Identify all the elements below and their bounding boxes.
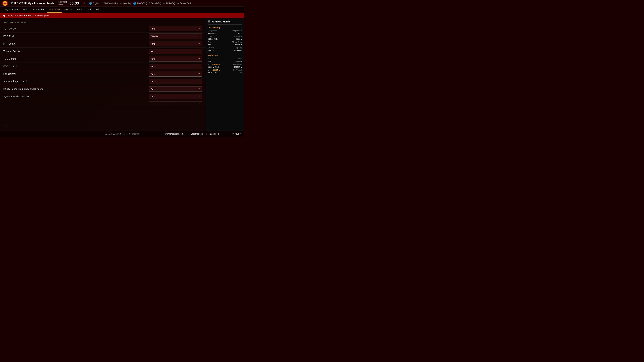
setting-row: PPT Control Auto ▼ bbox=[0, 40, 206, 48]
hw-vfor2-value-row: 0.930 V @L5 91 bbox=[208, 72, 242, 74]
my-favorite-label: My Favorite(F3) bbox=[104, 2, 118, 4]
nav-exit[interactable]: Exit bbox=[93, 7, 102, 13]
vfor1-label: V for 5205MHz bbox=[208, 63, 220, 65]
hw-vfor2-row: V for 4300MHz Dos Thresh bbox=[208, 69, 242, 71]
vfor1-v-value: 1.260 V @L5 bbox=[208, 66, 219, 68]
last-modified-button[interactable]: Last Modified bbox=[191, 133, 203, 135]
setting-row: Thermal Control Auto ▼ bbox=[0, 48, 206, 55]
chevron-down-icon: ▼ bbox=[198, 73, 200, 75]
nav-boot[interactable]: Boot bbox=[74, 7, 84, 13]
setting-label-edc: EDC Control bbox=[3, 65, 148, 68]
tdc-control-dropdown[interactable]: Auto ▼ bbox=[148, 56, 202, 61]
qfan-button[interactable]: ⚙ Qfan(F6) bbox=[120, 2, 131, 5]
nav-ai-tweaker[interactable]: Ai Tweaker bbox=[30, 7, 47, 13]
chevron-down-icon: ▼ bbox=[198, 42, 200, 45]
setting-row: TDP Control Auto ▼ bbox=[0, 25, 206, 32]
setting-label-tdp: TDP Control bbox=[3, 27, 148, 30]
dos-thresh-label: Dos Thresh bbox=[232, 69, 242, 71]
vddp-voltage-dropdown[interactable]: Auto ▼ bbox=[148, 79, 202, 84]
setting-row: VDDP Voltage Control Auto ▼ bbox=[0, 78, 206, 85]
ai-oc-button[interactable]: 🌐 AI OC(F11) bbox=[133, 2, 147, 5]
nav-advanced[interactable]: Advanced bbox=[47, 7, 62, 13]
edc-control-dropdown[interactable]: Auto ▼ bbox=[148, 64, 202, 69]
fan-control-dropdown[interactable]: Auto ▼ bbox=[148, 71, 202, 77]
setting-label-fan: Fan Control bbox=[3, 72, 148, 75]
resize-bar-label: ReSize BAR bbox=[180, 2, 191, 4]
aura-icon: ✦ bbox=[163, 2, 165, 5]
capacity-label: Capacity bbox=[235, 47, 242, 49]
language-selector[interactable]: 🌐 English bbox=[89, 2, 99, 5]
nav-bar: My Favorites Main Ai Tweaker Advanced Mo… bbox=[0, 7, 244, 13]
nav-my-favorites[interactable]: My Favorites bbox=[3, 7, 21, 13]
setting-row: Fan Control Auto ▼ bbox=[0, 70, 206, 78]
tdp-control-dropdown[interactable]: Auto ▼ bbox=[148, 26, 202, 31]
bclk-label: BCLK bbox=[208, 35, 213, 37]
ratio-value: 43x bbox=[208, 44, 211, 46]
search-icon: ? bbox=[149, 2, 150, 5]
search-button[interactable]: ? Search(F9) bbox=[149, 2, 161, 5]
chevron-down-icon: ▼ bbox=[198, 58, 200, 60]
cooler-value: 166 pts bbox=[236, 60, 242, 62]
hot-keys-button[interactable]: Hot Keys ? bbox=[231, 133, 241, 135]
syncfifo-dropdown[interactable]: Auto ▼ bbox=[148, 94, 202, 99]
aura-label: AURA(F4) bbox=[166, 2, 175, 4]
chevron-down-icon: ▼ bbox=[198, 95, 200, 98]
mc-volt-label: MC Volt. bbox=[208, 47, 215, 49]
date: 09/27/2024 bbox=[58, 1, 67, 3]
frequency-value: 4300 MHz bbox=[208, 32, 216, 34]
language-icon: 🌐 bbox=[89, 2, 92, 5]
hw-bclk-value-row: 100.00 MHz 1.332 V bbox=[208, 38, 242, 40]
search-label: Search(F9) bbox=[151, 2, 161, 4]
hw-sp-row: SP Cooler bbox=[208, 58, 242, 60]
ezmode-button[interactable]: EzMode(F7) ⊢ bbox=[210, 133, 224, 135]
asus-rog-logo: ROG bbox=[2, 0, 8, 6]
setting-label-infinity: Infinity Fabric Frequency and Dividers bbox=[3, 88, 148, 90]
version-text: Version 2.22.1284 Copyright (C) 2024 AMI bbox=[105, 133, 140, 135]
eco-mode-dropdown[interactable]: Disable ▼ bbox=[148, 33, 202, 39]
hw-bclk-row: BCLK Core Voltage bbox=[208, 35, 242, 37]
setting-label-thermal: Thermal Control bbox=[3, 50, 148, 53]
my-favorite-button[interactable]: ☆ My Favorite(F3) bbox=[101, 2, 118, 5]
infinity-fabric-dropdown[interactable]: Auto ▼ bbox=[148, 86, 202, 92]
setting-row: Infinity Fabric Frequency and Dividers A… bbox=[0, 85, 206, 93]
ai-oc-icon: 🌐 bbox=[133, 2, 136, 5]
qfan-label: Qfan(F6) bbox=[123, 2, 131, 4]
toolbar: 🌐 English ☆ My Favorite(F3) ⚙ Qfan(F6) 🌐… bbox=[89, 2, 191, 5]
hw-frequency-value-row: 4300 MHz 28°C bbox=[208, 32, 242, 34]
time-display: 00:33 bbox=[70, 1, 79, 5]
resize-bar-button[interactable]: ⊞ ReSize BAR bbox=[177, 2, 191, 5]
core-voltage-value: 1.332 V bbox=[236, 38, 242, 40]
setting-label-vddp: VDDP Voltage Control bbox=[3, 80, 148, 83]
q-dashboard-button[interactable]: Q-Dashboard(Insert) bbox=[165, 133, 184, 135]
resize-icon: ⊞ bbox=[177, 2, 179, 5]
temperature-value: 28°C bbox=[238, 32, 242, 34]
setting-label-eco: ECO Mode bbox=[3, 35, 148, 37]
setting-label-ppt: PPT Control bbox=[3, 42, 148, 45]
bottom-bar: Version 2.22.1284 Copyright (C) 2024 AMI… bbox=[0, 131, 244, 137]
nav-main[interactable]: Main bbox=[21, 7, 30, 13]
setting-row: EDC Control Auto ▼ bbox=[0, 63, 206, 70]
ppt-control-dropdown[interactable]: Auto ▼ bbox=[148, 41, 202, 46]
app-title: UEFI BIOS Utility - Advanced Mode bbox=[10, 2, 54, 5]
sp-label: SP bbox=[208, 58, 210, 60]
setting-label-syncfifo: SyncFifo Mode Override bbox=[3, 95, 148, 98]
chevron-down-icon: ▼ bbox=[198, 88, 200, 90]
hw-frequency-row: Frequency Temperature bbox=[208, 30, 242, 32]
breadcrumb-bar: ◀ Advanced\AMD CBS\SMU Common Options bbox=[0, 13, 244, 18]
cooler-label: Cooler bbox=[237, 58, 242, 60]
hw-mc-volt-value-row: 1.403 V 32768 MB bbox=[208, 49, 242, 51]
nav-monitor[interactable]: Monitor bbox=[62, 7, 75, 13]
chevron-down-icon: ▼ bbox=[198, 65, 200, 67]
nav-tool[interactable]: Tool bbox=[84, 7, 93, 13]
thermal-control-dropdown[interactable]: Auto ▼ bbox=[148, 49, 202, 54]
setting-label-tdc: TDC Control bbox=[3, 57, 148, 60]
chevron-down-icon: ▼ bbox=[198, 50, 200, 52]
ezmode-icon: ⊢ bbox=[222, 133, 224, 135]
language-label: English bbox=[92, 2, 99, 4]
setting-row: ECO Mode Disable ▼ bbox=[0, 32, 206, 40]
frequency-label: Frequency bbox=[208, 30, 216, 32]
back-button[interactable]: ◀ bbox=[3, 14, 5, 17]
vfor2-v-value: 0.930 V @L5 bbox=[208, 72, 219, 74]
aura-button[interactable]: ✦ AURA(F4) bbox=[163, 2, 175, 5]
mc-volt-value: 1.403 V bbox=[208, 49, 214, 51]
